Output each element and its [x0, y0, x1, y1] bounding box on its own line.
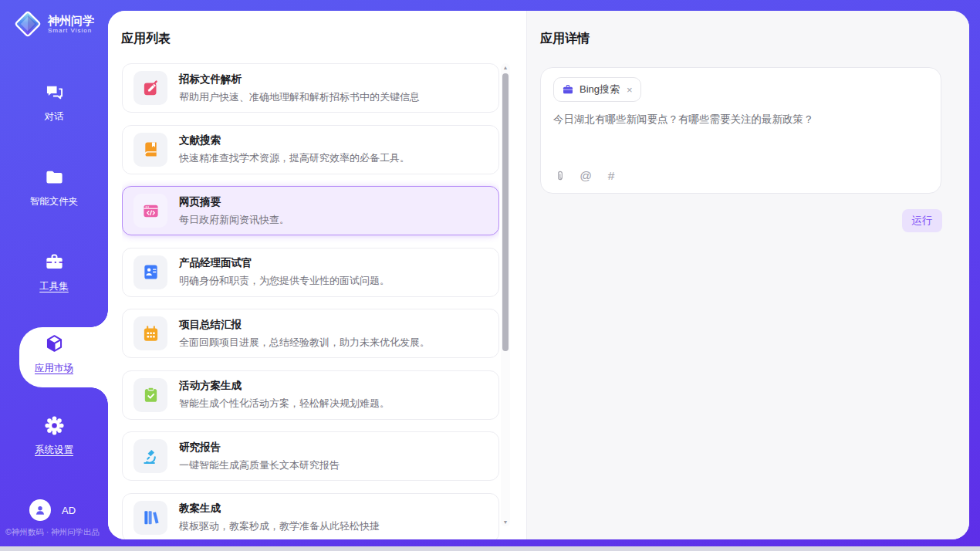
- briefcase-icon: [562, 83, 574, 96]
- sidebar-item-label: 工具集: [0, 280, 108, 293]
- app-icon-tile: [133, 133, 167, 167]
- tool-tag-bing-search[interactable]: Bing搜索 ×: [553, 77, 641, 102]
- books-icon: [142, 509, 160, 526]
- app-list-pane: 应用列表 招标文件解析 帮助用户快速、准确地理解和解析招标书中的关键信息: [108, 11, 527, 539]
- app-name: 产品经理面试官: [179, 256, 390, 270]
- app-desc: 全面回顾项目进展，总结经验教训，助力未来优化发展。: [179, 336, 430, 350]
- sidebar-footer: ©神州数码 · 神州问学出品: [5, 527, 108, 538]
- hashtag-icon[interactable]: #: [604, 169, 618, 183]
- scrollbar-up-arrow[interactable]: ▲: [501, 65, 510, 70]
- sidebar-item-settings[interactable]: 系统设置: [0, 415, 108, 457]
- sidebar-item-smart-folder[interactable]: 智能文件夹: [0, 167, 108, 208]
- app-icon-tile: [133, 378, 167, 412]
- scrollbar-down-arrow[interactable]: ▼: [501, 519, 510, 525]
- main-panel: 应用列表 招标文件解析 帮助用户快速、准确地理解和解析招标书中的关键信息: [108, 11, 969, 539]
- run-button[interactable]: 运行: [902, 209, 942, 232]
- app-name: 研究报告: [179, 441, 340, 455]
- app-icon-tile: [133, 439, 167, 473]
- app-card-event-plan[interactable]: 活动方案生成 智能生成个性化活动方案，轻松解决规划难题。: [122, 370, 499, 420]
- app-desc: 智能生成个性化活动方案，轻松解决规划难题。: [179, 397, 390, 411]
- clipboard-check-icon: [142, 386, 160, 404]
- app-name: 网页摘要: [179, 195, 289, 209]
- sidebar-item-app-market[interactable]: 应用市场: [0, 333, 108, 375]
- book-icon: [142, 140, 160, 158]
- app-desc: 一键智能生成高质量长文本研究报告: [179, 458, 340, 472]
- app-icon-tile: [133, 255, 167, 289]
- microscope-icon: [142, 448, 160, 465]
- composer-toolbar: @ #: [553, 169, 618, 183]
- app-list-title: 应用列表: [121, 31, 171, 47]
- avatar: [29, 499, 51, 521]
- app-card-webpage-summary[interactable]: 网页摘要 每日政府新闻资讯快查。: [122, 186, 499, 235]
- sidebar: 神州问学 Smart Vision 对话 智能文件夹 工具集 应用市场: [0, 0, 108, 546]
- sidebar-item-chat[interactable]: 对话: [0, 82, 108, 123]
- interviewer-icon: [142, 263, 160, 281]
- sidebar-item-label: 智能文件夹: [0, 195, 108, 208]
- app-list: 招标文件解析 帮助用户快速、准确地理解和解析招标书中的关键信息 文献搜索 快速精…: [122, 63, 499, 539]
- query-input[interactable]: 今日湖北有哪些新闻要点？有哪些需要关注的最新政策？: [553, 112, 928, 158]
- app-detail-title: 应用详情: [540, 31, 943, 47]
- app-card-literature-search[interactable]: 文献搜索 快速精准查找学术资源，提高研究效率的必备工具。: [122, 125, 499, 174]
- edit-document-icon: [142, 79, 160, 97]
- scrollbar-thumb[interactable]: [502, 73, 509, 351]
- mention-icon[interactable]: @: [579, 169, 593, 183]
- app-card-bid-document-parsing[interactable]: 招标文件解析 帮助用户快速、准确地理解和解析招标书中的关键信息: [122, 63, 499, 113]
- app-name: 教案生成: [179, 502, 380, 516]
- folder-icon: [44, 167, 65, 188]
- brand-diamond-icon: [12, 8, 43, 39]
- toolbox-icon: [44, 252, 65, 272]
- user-label: AD: [62, 505, 76, 516]
- app-detail-pane: 应用详情 Bing搜索 × 今日湖北有哪些新闻要点？有哪些需要关注的最新政策？: [527, 11, 969, 539]
- cube-icon: [44, 333, 65, 354]
- app-desc: 模板驱动，教案秒成，教学准备从此轻松快捷: [179, 519, 380, 533]
- brand-subtitle: Smart Vision: [48, 27, 94, 34]
- attachment-icon[interactable]: [553, 169, 567, 183]
- app-desc: 快速精准查找学术资源，提高研究效率的必备工具。: [179, 151, 410, 165]
- sidebar-item-label: 系统设置: [0, 444, 108, 457]
- app-logo: 神州问学 Smart Vision: [12, 8, 94, 39]
- sidebar-item-label: 应用市场: [0, 362, 108, 375]
- chat-icon: [44, 82, 65, 103]
- gear-icon: [44, 415, 65, 436]
- app-icon-tile: [133, 316, 167, 350]
- sidebar-item-toolset[interactable]: 工具集: [0, 252, 108, 293]
- app-desc: 明确身份和职责，为您提供专业性的面试问题。: [179, 274, 390, 288]
- app-name: 文献搜索: [179, 134, 410, 147]
- calendar-icon: [142, 325, 160, 343]
- webpage-code-icon: [142, 202, 160, 220]
- app-icon-tile: [133, 194, 167, 228]
- prompt-card: Bing搜索 × 今日湖北有哪些新闻要点？有哪些需要关注的最新政策？ @ #: [540, 67, 941, 194]
- tag-close-icon[interactable]: ×: [627, 84, 633, 96]
- user-account[interactable]: AD: [29, 499, 76, 521]
- app-name: 活动方案生成: [179, 379, 390, 393]
- brand-name: 神州问学: [48, 14, 94, 27]
- app-desc: 帮助用户快速、准确地理解和解析招标书中的关键信息: [179, 90, 420, 104]
- app-card-lesson-plan[interactable]: 教案生成 模板驱动，教案秒成，教学准备从此轻松快捷: [122, 493, 499, 540]
- app-desc: 每日政府新闻资讯快查。: [179, 213, 289, 227]
- app-card-research-report[interactable]: 研究报告 一键智能生成高质量长文本研究报告: [122, 431, 499, 481]
- sidebar-item-label: 对话: [0, 110, 108, 123]
- app-name: 项目总结汇报: [179, 318, 430, 332]
- bottom-edge-strip: [0, 546, 980, 551]
- tool-tag-label: Bing搜索: [580, 83, 620, 96]
- app-icon-tile: [133, 71, 167, 105]
- app-icon-tile: [133, 501, 167, 535]
- app-card-pm-interviewer[interactable]: 产品经理面试官 明确身份和职责，为您提供专业性的面试问题。: [122, 248, 499, 297]
- app-card-project-summary[interactable]: 项目总结汇报 全面回顾项目进展，总结经验教训，助力未来优化发展。: [122, 309, 499, 358]
- person-icon: [33, 503, 47, 517]
- app-name: 招标文件解析: [179, 73, 420, 86]
- list-scrollbar[interactable]: ▲ ▼: [501, 63, 510, 526]
